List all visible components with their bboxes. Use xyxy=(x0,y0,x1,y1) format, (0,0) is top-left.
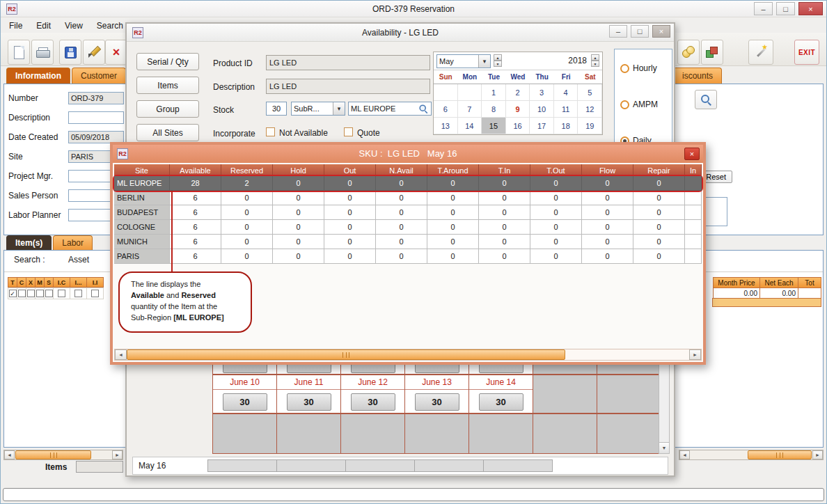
wizard-button[interactable]: ★ xyxy=(748,40,773,65)
price-hscrollbar[interactable]: ◄ ► xyxy=(679,450,824,460)
row-checkbox[interactable] xyxy=(74,290,82,297)
scroll-right-arrow[interactable]: ► xyxy=(812,450,823,459)
spin-up-icon[interactable]: ▲ xyxy=(494,54,502,61)
row-checkbox[interactable] xyxy=(27,290,35,297)
maximize-button[interactable]: □ xyxy=(631,25,649,38)
calendar-day[interactable]: 1 xyxy=(482,84,506,101)
calendar-day[interactable]: 11 xyxy=(554,101,578,118)
row-checkbox[interactable] xyxy=(45,290,53,297)
qty-box[interactable]: 30 xyxy=(415,393,459,411)
quote-checkbox[interactable] xyxy=(344,127,353,136)
menu-edit[interactable]: Edit xyxy=(29,19,58,33)
sku-row-budapest[interactable]: BUDAPEST6000000000 xyxy=(114,205,702,220)
row-checkbox[interactable]: ✓ xyxy=(9,290,17,297)
row-checkbox[interactable] xyxy=(58,290,65,297)
spin-down-icon[interactable]: ▼ xyxy=(494,61,502,67)
scroll-track[interactable] xyxy=(127,349,689,360)
edit-button[interactable] xyxy=(83,40,105,65)
close-button[interactable]: × xyxy=(798,2,823,15)
availability-titlebar[interactable]: R2 Availability - LG LED – □ × xyxy=(127,24,674,42)
rates-button[interactable] xyxy=(677,40,700,65)
calendar-day[interactable]: 10 xyxy=(530,101,554,118)
tab-customer[interactable]: Customer xyxy=(72,68,126,84)
sku-row-paris[interactable]: PARIS6000000000 xyxy=(114,249,702,264)
calendar-day[interactable]: 14 xyxy=(458,118,482,134)
calendar-day[interactable]: 5 xyxy=(578,84,602,101)
search-icon[interactable] xyxy=(419,104,428,113)
calendar-day[interactable]: 16 xyxy=(506,118,530,134)
row-checkbox[interactable] xyxy=(36,290,44,297)
sku-row-ml-europe[interactable]: ML EUROPE28200000000 xyxy=(114,176,702,191)
scroll-thumb[interactable] xyxy=(127,349,565,360)
calendar-day[interactable]: 4 xyxy=(554,84,578,101)
sku-row-cologne[interactable]: COLOGNE6000000000 xyxy=(114,220,702,235)
calendar-day[interactable]: 8 xyxy=(482,101,506,118)
calendar-day[interactable]: 17 xyxy=(530,118,554,134)
spin-up-icon[interactable]: ▲ xyxy=(591,54,599,61)
row-checkbox[interactable] xyxy=(18,290,26,297)
description-field[interactable] xyxy=(68,111,124,124)
sku-hscrollbar[interactable]: ◄ ► xyxy=(114,349,702,361)
qty-box[interactable]: 30 xyxy=(287,393,331,411)
close-button[interactable]: × xyxy=(652,25,670,38)
calendar-day[interactable]: 7 xyxy=(458,101,482,118)
month-spinner[interactable]: ▲ ▼ xyxy=(494,54,502,67)
products-button[interactable] xyxy=(701,40,723,65)
description-field[interactable]: LG LED xyxy=(266,79,430,94)
row-checkbox[interactable] xyxy=(91,290,99,297)
button-group[interactable]: Group xyxy=(136,100,199,118)
sku-row-berlin[interactable]: BERLIN6000000000 xyxy=(114,191,702,205)
minimize-button[interactable]: – xyxy=(609,25,627,38)
dropdown-arrow-icon[interactable]: ▾ xyxy=(333,102,345,115)
dropdown-arrow-icon[interactable]: ▾ xyxy=(478,55,490,68)
calendar-day[interactable]: 12 xyxy=(578,101,602,118)
items-count-field[interactable] xyxy=(76,461,123,473)
calendar-day[interactable]: 19 xyxy=(578,118,602,134)
spin-down-icon[interactable]: ▼ xyxy=(591,61,599,67)
sku-row-munich[interactable]: MUNICH6000000000 xyxy=(114,235,702,249)
scroll-right-arrow[interactable]: ► xyxy=(689,349,701,360)
sub-region-selector[interactable]: SubR... ▾ xyxy=(291,102,345,116)
radio-ampm[interactable]: AMPM xyxy=(620,100,672,109)
search-mode-value[interactable]: Asset xyxy=(68,255,89,265)
tab-item-s[interactable]: Item(s) xyxy=(6,235,52,250)
menu-view[interactable]: View xyxy=(58,19,90,33)
not-available-checkbox[interactable] xyxy=(266,127,275,136)
button-items[interactable]: Items xyxy=(136,77,199,94)
scroll-left-arrow[interactable]: ◄ xyxy=(115,349,127,360)
scroll-track[interactable] xyxy=(15,450,112,459)
month-dropdown[interactable]: May ▾ xyxy=(436,54,491,68)
product-id-field[interactable]: LG LED xyxy=(266,55,430,70)
scroll-thumb[interactable] xyxy=(15,450,91,459)
sub-region-field[interactable]: ML EUROPE xyxy=(348,102,432,116)
calendar-day[interactable]: 2 xyxy=(506,84,530,101)
scroll-track[interactable] xyxy=(690,450,812,459)
scroll-down-arrow[interactable]: ▼ xyxy=(659,442,669,453)
tab-discounts[interactable]: iscounts xyxy=(673,68,722,84)
qty-box[interactable]: 30 xyxy=(223,393,267,411)
calendar-day[interactable]: 3 xyxy=(530,84,554,101)
delete-button[interactable]: × xyxy=(105,40,127,65)
customer-search-button[interactable] xyxy=(695,90,717,109)
button-serial-qty[interactable]: Serial / Qty xyxy=(136,53,199,70)
maximize-button[interactable]: □ xyxy=(776,2,795,15)
scroll-left-arrow[interactable]: ◄ xyxy=(4,450,15,459)
calendar-day[interactable]: 6 xyxy=(434,101,458,118)
calendar-day[interactable]: 18 xyxy=(554,118,578,134)
main-titlebar[interactable]: R2 ORD-379 Reservation – □ × xyxy=(1,1,826,17)
print-button[interactable] xyxy=(31,40,54,65)
button-all-sites[interactable]: All Sites xyxy=(136,124,199,141)
calendar-day[interactable]: 15 xyxy=(482,118,506,134)
exit-button[interactable]: EXIT xyxy=(794,40,819,65)
scroll-right-arrow[interactable]: ► xyxy=(112,450,123,459)
qty-box[interactable]: 30 xyxy=(351,393,395,411)
number-field[interactable]: ORD-379 xyxy=(68,92,124,104)
year-spinner[interactable]: ▲ ▼ xyxy=(591,54,599,67)
menu-search[interactable]: Search xyxy=(90,19,130,33)
new-button[interactable] xyxy=(8,40,30,65)
minimize-button[interactable]: – xyxy=(754,2,773,15)
calendar-day[interactable]: 13 xyxy=(434,118,458,134)
calendar-day[interactable] xyxy=(458,84,482,101)
tab-labor[interactable]: Labor xyxy=(53,235,93,250)
schedule-vscrollbar[interactable]: ▼ xyxy=(659,351,670,454)
